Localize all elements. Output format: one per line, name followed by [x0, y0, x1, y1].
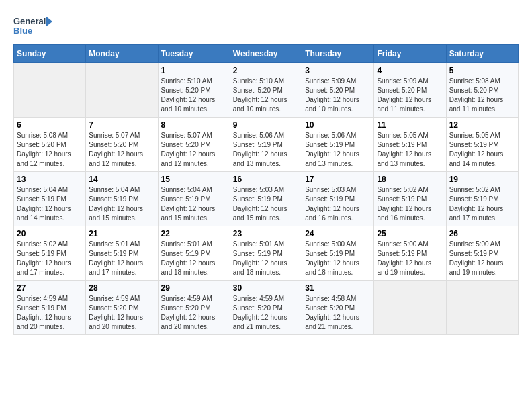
day-number: 20 [17, 229, 83, 238]
day-number: 30 [233, 283, 299, 293]
calendar-cell: 24Sunrise: 5:00 AMSunset: 5:19 PMDayligh… [302, 226, 374, 281]
day-number: 19 [449, 175, 515, 184]
day-info: Sunrise: 4:58 AMSunset: 5:20 PMDaylight:… [305, 294, 371, 332]
calendar-cell: 6Sunrise: 5:08 AMSunset: 5:20 PMDaylight… [14, 118, 86, 172]
calendar-cell: 16Sunrise: 5:03 AMSunset: 5:19 PMDayligh… [230, 172, 302, 226]
day-info: Sunrise: 5:01 AMSunset: 5:19 PMDaylight:… [161, 240, 227, 277]
calendar-table: SundayMondayTuesdayWednesdayThursdayFrid… [13, 44, 519, 335]
calendar-cell: 11Sunrise: 5:05 AMSunset: 5:19 PMDayligh… [374, 118, 446, 172]
calendar-cell: 18Sunrise: 5:02 AMSunset: 5:19 PMDayligh… [374, 172, 446, 226]
calendar-cell: 8Sunrise: 5:07 AMSunset: 5:20 PMDaylight… [158, 118, 230, 172]
day-number: 27 [17, 283, 83, 293]
day-number: 5 [449, 66, 515, 75]
day-info: Sunrise: 4:59 AMSunset: 5:20 PMDaylight:… [89, 294, 154, 332]
calendar-week-row: 13Sunrise: 5:04 AMSunset: 5:19 PMDayligh… [14, 172, 519, 226]
day-info: Sunrise: 5:08 AMSunset: 5:20 PMDaylight:… [17, 131, 83, 169]
day-number: 1 [161, 66, 227, 75]
weekday-header-cell: Monday [86, 45, 158, 63]
day-number: 12 [449, 120, 515, 130]
day-info: Sunrise: 5:09 AMSunset: 5:20 PMDaylight:… [377, 77, 443, 114]
calendar-cell: 23Sunrise: 5:01 AMSunset: 5:19 PMDayligh… [230, 226, 302, 281]
calendar-cell: 10Sunrise: 5:06 AMSunset: 5:19 PMDayligh… [302, 118, 374, 172]
calendar-cell: 3Sunrise: 5:09 AMSunset: 5:20 PMDaylight… [302, 63, 374, 118]
day-number: 4 [377, 66, 443, 75]
weekday-header-cell: Saturday [446, 45, 518, 63]
calendar-cell: 19Sunrise: 5:02 AMSunset: 5:19 PMDayligh… [446, 172, 518, 226]
day-info: Sunrise: 4:59 AMSunset: 5:20 PMDaylight:… [161, 294, 227, 332]
day-number: 3 [305, 66, 371, 75]
day-info: Sunrise: 5:03 AMSunset: 5:19 PMDaylight:… [233, 185, 299, 223]
day-number: 21 [89, 229, 154, 238]
day-info: Sunrise: 5:01 AMSunset: 5:19 PMDaylight:… [233, 240, 299, 277]
svg-marker-2 [46, 16, 52, 27]
day-number: 26 [449, 229, 515, 238]
calendar-cell: 17Sunrise: 5:03 AMSunset: 5:19 PMDayligh… [302, 172, 374, 226]
calendar-cell [86, 63, 158, 118]
calendar-cell: 2Sunrise: 5:10 AMSunset: 5:20 PMDaylight… [230, 63, 302, 118]
svg-text:Blue: Blue [13, 26, 32, 36]
day-number: 14 [89, 175, 154, 184]
day-info: Sunrise: 5:02 AMSunset: 5:19 PMDaylight:… [449, 185, 515, 223]
day-info: Sunrise: 5:01 AMSunset: 5:19 PMDaylight:… [89, 240, 154, 277]
day-info: Sunrise: 4:59 AMSunset: 5:19 PMDaylight:… [17, 294, 83, 332]
calendar-cell: 1Sunrise: 5:10 AMSunset: 5:20 PMDaylight… [158, 63, 230, 118]
day-number: 10 [305, 120, 371, 130]
day-number: 31 [305, 283, 371, 293]
day-info: Sunrise: 5:06 AMSunset: 5:19 PMDaylight:… [305, 131, 371, 169]
calendar-cell: 15Sunrise: 5:04 AMSunset: 5:19 PMDayligh… [158, 172, 230, 226]
calendar-cell: 30Sunrise: 4:59 AMSunset: 5:20 PMDayligh… [230, 281, 302, 335]
day-info: Sunrise: 5:00 AMSunset: 5:19 PMDaylight:… [377, 240, 443, 277]
calendar-cell: 5Sunrise: 5:08 AMSunset: 5:20 PMDaylight… [446, 63, 518, 118]
svg-text:General: General [13, 16, 46, 26]
calendar-cell: 7Sunrise: 5:07 AMSunset: 5:20 PMDaylight… [86, 118, 158, 172]
day-info: Sunrise: 5:07 AMSunset: 5:20 PMDaylight:… [89, 131, 154, 169]
day-info: Sunrise: 5:04 AMSunset: 5:19 PMDaylight:… [89, 185, 154, 223]
calendar-week-row: 6Sunrise: 5:08 AMSunset: 5:20 PMDaylight… [14, 118, 519, 172]
day-info: Sunrise: 5:09 AMSunset: 5:20 PMDaylight:… [305, 77, 371, 114]
calendar-week-row: 1Sunrise: 5:10 AMSunset: 5:20 PMDaylight… [14, 63, 519, 118]
calendar-cell: 20Sunrise: 5:02 AMSunset: 5:19 PMDayligh… [14, 226, 86, 281]
calendar-cell: 22Sunrise: 5:01 AMSunset: 5:19 PMDayligh… [158, 226, 230, 281]
day-info: Sunrise: 5:02 AMSunset: 5:19 PMDaylight:… [17, 240, 83, 277]
day-info: Sunrise: 5:05 AMSunset: 5:19 PMDaylight:… [377, 131, 443, 169]
day-info: Sunrise: 5:04 AMSunset: 5:19 PMDaylight:… [161, 185, 227, 223]
day-number: 18 [377, 175, 443, 184]
weekday-header-cell: Tuesday [158, 45, 230, 63]
calendar-cell: 21Sunrise: 5:01 AMSunset: 5:19 PMDayligh… [86, 226, 158, 281]
calendar-body: 1Sunrise: 5:10 AMSunset: 5:20 PMDaylight… [14, 63, 519, 335]
day-info: Sunrise: 5:06 AMSunset: 5:19 PMDaylight:… [233, 131, 299, 169]
weekday-header-row: SundayMondayTuesdayWednesdayThursdayFrid… [14, 45, 519, 63]
day-info: Sunrise: 5:10 AMSunset: 5:20 PMDaylight:… [161, 77, 227, 114]
day-number: 23 [233, 229, 299, 238]
calendar-week-row: 27Sunrise: 4:59 AMSunset: 5:19 PMDayligh… [14, 281, 519, 335]
day-info: Sunrise: 5:07 AMSunset: 5:20 PMDaylight:… [161, 131, 227, 169]
logo-icon: GeneralBlue [13, 13, 54, 38]
day-number: 15 [161, 175, 227, 184]
day-number: 24 [305, 229, 371, 238]
day-number: 6 [17, 120, 83, 130]
calendar-cell: 12Sunrise: 5:05 AMSunset: 5:19 PMDayligh… [446, 118, 518, 172]
day-info: Sunrise: 5:03 AMSunset: 5:19 PMDaylight:… [305, 185, 371, 223]
calendar-cell: 25Sunrise: 5:00 AMSunset: 5:19 PMDayligh… [374, 226, 446, 281]
calendar-cell: 9Sunrise: 5:06 AMSunset: 5:19 PMDaylight… [230, 118, 302, 172]
weekday-header-cell: Wednesday [230, 45, 302, 63]
day-info: Sunrise: 5:00 AMSunset: 5:19 PMDaylight:… [305, 240, 371, 277]
calendar-cell [14, 63, 86, 118]
day-info: Sunrise: 5:00 AMSunset: 5:19 PMDaylight:… [449, 240, 515, 277]
weekday-header-cell: Friday [374, 45, 446, 63]
calendar-cell: 14Sunrise: 5:04 AMSunset: 5:19 PMDayligh… [86, 172, 158, 226]
weekday-header-cell: Sunday [14, 45, 86, 63]
page-header: GeneralBlue [13, 13, 519, 38]
day-info: Sunrise: 5:02 AMSunset: 5:19 PMDaylight:… [377, 185, 443, 223]
day-info: Sunrise: 5:10 AMSunset: 5:20 PMDaylight:… [233, 77, 299, 114]
day-number: 2 [233, 66, 299, 75]
day-number: 28 [89, 283, 154, 293]
day-number: 13 [17, 175, 83, 184]
calendar-cell: 26Sunrise: 5:00 AMSunset: 5:19 PMDayligh… [446, 226, 518, 281]
calendar-week-row: 20Sunrise: 5:02 AMSunset: 5:19 PMDayligh… [14, 226, 519, 281]
day-number: 22 [161, 229, 227, 238]
day-number: 29 [161, 283, 227, 293]
day-number: 7 [89, 120, 154, 130]
day-number: 8 [161, 120, 227, 130]
day-info: Sunrise: 5:08 AMSunset: 5:20 PMDaylight:… [449, 77, 515, 114]
